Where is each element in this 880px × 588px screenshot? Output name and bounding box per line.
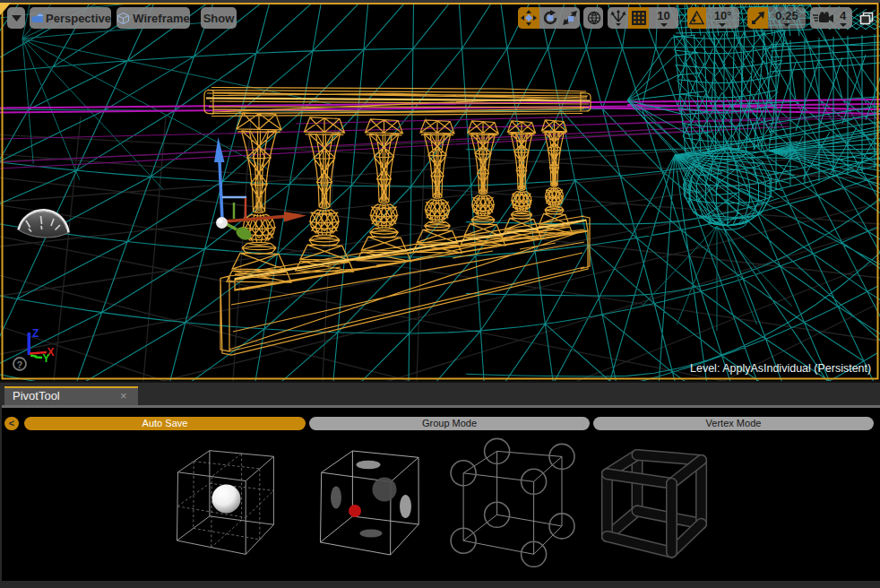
svg-text:Level: ApplyAsIndividual (Per: Level: ApplyAsIndividual (Persistent) [690, 362, 871, 375]
svg-text:?: ? [17, 359, 23, 370]
svg-text:Y: Y [43, 352, 50, 365]
svg-text:Z: Z [32, 327, 39, 340]
